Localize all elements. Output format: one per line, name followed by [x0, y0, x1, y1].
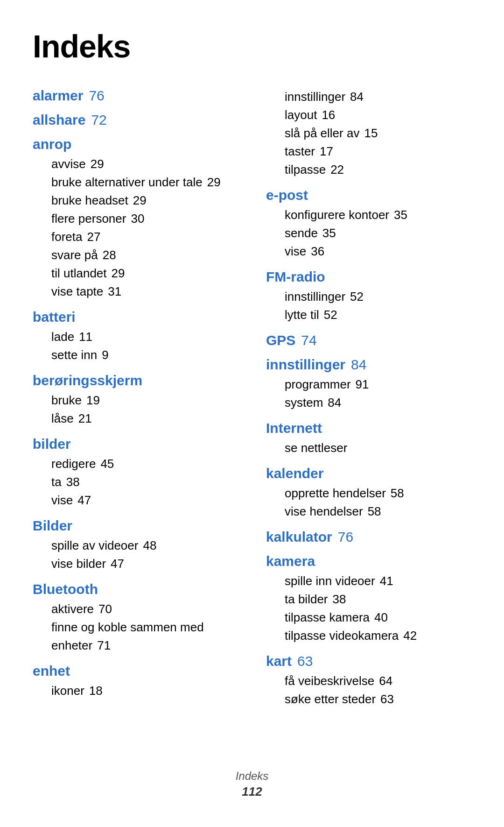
index-heading-line: FM-radio: [266, 269, 471, 285]
sub-item-page: 42: [403, 629, 417, 643]
sub-item-page: 47: [111, 557, 124, 571]
sub-item-text: svare på: [51, 248, 98, 262]
index-heading-line: GPS74: [266, 332, 471, 348]
index-sub-item: ikoner18: [33, 682, 238, 700]
sub-item-text: finne og koble sammen med enheter: [51, 620, 204, 652]
index-section: kalkulator76: [266, 529, 471, 545]
sub-item-page: 9: [102, 348, 108, 362]
sub-item-text: konfigurere kontoer: [285, 208, 389, 222]
sub-item-page: 58: [391, 486, 404, 500]
sub-items-block: lade11sette inn9: [33, 328, 238, 364]
index-section: FM-radioinnstillinger52lytte til52: [266, 269, 471, 324]
index-section: Bilderspille av videoer48vise bilder47: [33, 518, 238, 573]
sub-item-page: 47: [77, 493, 91, 507]
sub-item-page: 18: [89, 684, 103, 698]
sub-items-block: konfigurere kontoer35sende35vise36: [266, 206, 471, 261]
index-sub-item: tilpasse kamera40: [266, 608, 471, 627]
sub-item-page: 29: [112, 266, 125, 280]
sub-item-text: slå på eller av: [285, 126, 359, 140]
sub-item-text: sette inn: [51, 348, 97, 362]
sub-item-text: vise: [285, 244, 306, 258]
sub-item-text: bruke alternativer under tale: [51, 175, 203, 189]
index-heading: kalkulator: [266, 529, 332, 544]
sub-item-page: 16: [322, 108, 335, 122]
index-heading-line: Bluetooth: [33, 581, 238, 597]
index-section: kart63få veibeskrivelse64søke etter sted…: [266, 653, 471, 708]
page-footer: Indeks 112: [0, 770, 504, 799]
index-section: bilderredigere45ta38vise47: [33, 436, 238, 509]
index-heading: GPS: [266, 332, 295, 348]
left-column: alarmer76allshare72anropavvise29bruke al…: [33, 88, 252, 717]
index-section: kameraspille inn videoer41ta bilder38til…: [266, 553, 471, 645]
index-section: e-postkonfigurere kontoer35sende35vise36: [266, 187, 471, 261]
index-heading-line: batteri: [33, 309, 238, 325]
index-heading-line: kamera: [266, 553, 471, 569]
index-heading: bilder: [33, 436, 71, 452]
index-sub-item: aktivere70: [33, 600, 238, 618]
sub-item-text: bruke: [51, 393, 82, 407]
sub-item-text: flere personer: [51, 212, 126, 226]
sub-item-page: 52: [350, 290, 364, 304]
index-sub-item: bruke19: [33, 391, 238, 410]
index-sub-item: vise hendelser58: [266, 502, 471, 521]
index-heading-number: 76: [338, 529, 353, 544]
index-heading: kalender: [266, 466, 323, 481]
index-sub-item: tilpasse videokamera42: [266, 627, 471, 645]
index-heading-line: Bilder: [33, 518, 238, 534]
index-section: Bluetoothaktivere70finne og koble sammen…: [33, 581, 238, 655]
sub-item-text: ikoner: [51, 684, 84, 698]
index-section: innstillinger84programmer91system84: [266, 357, 471, 412]
sub-items-block: se nettleser: [266, 439, 471, 457]
sub-item-page: 70: [98, 602, 112, 616]
index-sub-item: slå på eller av15: [266, 124, 471, 142]
index-heading: kart: [266, 653, 292, 669]
index-columns: alarmer76allshare72anropavvise29bruke al…: [33, 88, 471, 717]
sub-item-text: lade: [51, 330, 74, 344]
sub-item-page: 91: [356, 377, 369, 391]
index-sub-item: sette inn9: [33, 346, 238, 364]
sub-item-page: 71: [97, 638, 111, 652]
sub-item-text: sende: [285, 226, 318, 240]
sub-item-text: layout: [285, 108, 317, 122]
index-sub-item: innstillinger52: [266, 288, 471, 306]
index-heading: e-post: [266, 187, 308, 203]
sub-item-text: vise: [51, 493, 73, 507]
index-section: batterilade11sette inn9: [33, 309, 238, 364]
sub-item-page: 29: [133, 193, 147, 207]
sub-item-page: 52: [324, 308, 337, 322]
sub-item-page: 48: [143, 538, 156, 552]
sub-item-text: ta: [51, 475, 62, 489]
sub-item-text: avvise: [51, 157, 86, 171]
sub-item-text: aktivere: [51, 602, 94, 616]
index-heading-line: bilder: [33, 436, 238, 452]
index-sub-item: flere personer30: [33, 210, 238, 228]
index-sub-item: søke etter steder63: [266, 690, 471, 708]
sub-item-page: 64: [379, 674, 392, 688]
index-sub-item: vise36: [266, 242, 471, 261]
index-heading-line: e-post: [266, 187, 471, 203]
sub-item-page: 21: [78, 411, 92, 425]
index-section: allshare72: [33, 112, 238, 128]
sub-item-page: 35: [322, 226, 336, 240]
index-sub-item: spille av videoer48: [33, 537, 238, 555]
index-sub-item: layout16: [266, 106, 471, 124]
index-sub-item: låse21: [33, 410, 238, 428]
index-sub-item: system84: [266, 394, 471, 412]
sub-item-page: 29: [91, 157, 104, 171]
index-heading-number: 84: [351, 357, 366, 372]
sub-item-page: 29: [207, 175, 221, 189]
index-sub-item: få veibeskrivelse64: [266, 672, 471, 690]
index-heading: anrop: [33, 136, 71, 152]
index-sub-item: taster17: [266, 142, 471, 161]
index-sub-item: sende35: [266, 224, 471, 242]
sub-items-block: spille inn videoer41ta bilder38tilpasse …: [266, 572, 471, 645]
sub-item-page: 31: [108, 284, 121, 298]
sub-item-page: 84: [350, 90, 364, 104]
index-heading-line: allshare72: [33, 112, 238, 128]
index-sub-item: vise47: [33, 491, 238, 509]
sub-item-page: 40: [374, 610, 388, 624]
sub-item-text: vise hendelser: [285, 504, 363, 518]
index-heading-line: kalkulator76: [266, 529, 471, 545]
sub-item-text: opprette hendelser: [285, 486, 386, 500]
sub-item-page: 84: [328, 396, 341, 410]
